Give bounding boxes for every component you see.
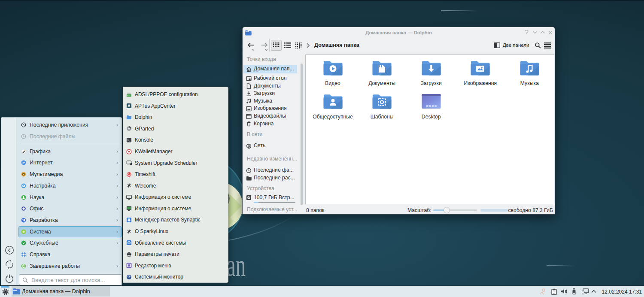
- svg-text:an: an: [227, 248, 246, 283]
